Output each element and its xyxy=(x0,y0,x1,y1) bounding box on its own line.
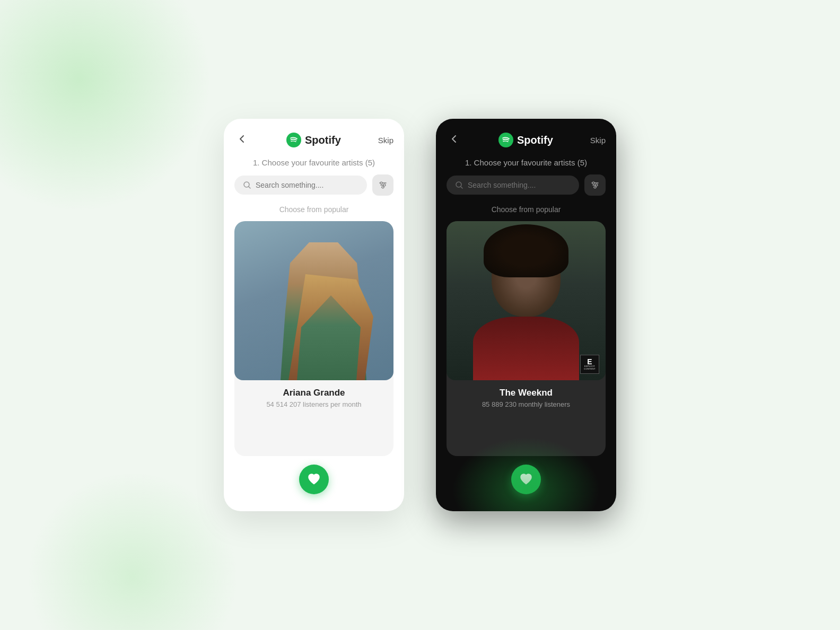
search-row-light xyxy=(234,174,393,196)
search-input-dark[interactable] xyxy=(468,181,571,189)
svg-point-5 xyxy=(380,182,382,184)
search-icon-light xyxy=(243,181,251,189)
advisory-e: E xyxy=(587,358,592,365)
heart-icon-light xyxy=(307,472,321,486)
like-btn-wrap-light xyxy=(299,465,329,494)
light-header: Spotify Skip xyxy=(234,132,393,148)
light-card: Spotify Skip 1. Choose your favourite ar… xyxy=(224,119,404,511)
artist-card-dark: E EXPLICITCONTENT The Weeknd 85 889 230 … xyxy=(447,221,606,456)
artist-image-light xyxy=(234,221,393,380)
logo-text-dark: Spotify xyxy=(517,134,553,146)
skip-button-light[interactable]: Skip xyxy=(378,136,393,145)
weeknd-hair xyxy=(484,224,568,277)
advisory-text: EXPLICITCONTENT xyxy=(584,365,595,371)
dark-card: Spotify Skip 1. Choose your favourite ar… xyxy=(436,119,616,511)
svg-point-6 xyxy=(383,184,386,186)
spotify-icon-light xyxy=(286,133,301,147)
svg-point-0 xyxy=(286,133,301,147)
search-input-wrap-light xyxy=(234,176,367,195)
artist-listeners-dark: 85 889 230 monthly listeners xyxy=(482,400,570,408)
step-title-light: 1. Choose your favourite artists (5) xyxy=(253,158,375,167)
artist-card-light: Ariana Grande 54 514 207 listeners per m… xyxy=(234,221,393,456)
search-icon-dark xyxy=(455,181,463,189)
artist-photo-weeknd: E EXPLICITCONTENT xyxy=(447,221,606,380)
logo-group-light: Spotify xyxy=(286,133,341,147)
skip-button-dark[interactable]: Skip xyxy=(590,136,606,145)
svg-point-8 xyxy=(498,133,513,147)
spotify-icon-dark xyxy=(498,133,513,147)
like-btn-wrap-dark xyxy=(511,465,541,494)
logo-text-light: Spotify xyxy=(305,134,341,146)
chevron-left-icon xyxy=(237,134,247,144)
artist-listeners-light: 54 514 207 listeners per month xyxy=(266,400,361,408)
filter-button-dark[interactable] xyxy=(584,174,606,196)
artist-name-light: Ariana Grande xyxy=(283,388,345,398)
step-title-dark: 1. Choose your favourite artists (5) xyxy=(465,158,587,167)
svg-point-14 xyxy=(596,184,598,186)
svg-point-15 xyxy=(594,186,596,188)
filter-icon-light xyxy=(378,180,388,190)
heart-icon-dark xyxy=(519,472,533,486)
chevron-left-icon-dark xyxy=(449,134,459,144)
filter-button-light[interactable] xyxy=(372,174,393,196)
like-button-dark[interactable] xyxy=(511,465,541,494)
logo-group-dark: Spotify xyxy=(498,133,553,147)
advisory-sticker: E EXPLICITCONTENT xyxy=(580,355,599,374)
back-button-dark[interactable] xyxy=(447,132,461,148)
svg-point-13 xyxy=(592,182,594,184)
back-button-light[interactable] xyxy=(234,132,249,148)
svg-point-7 xyxy=(382,186,384,188)
search-input-wrap-dark xyxy=(447,176,579,195)
search-row-dark xyxy=(447,174,606,196)
artist-photo-ariana xyxy=(234,221,393,380)
search-input-light[interactable] xyxy=(256,181,358,189)
popular-label-dark: Choose from popular xyxy=(492,205,561,214)
dark-header: Spotify Skip xyxy=(447,132,606,148)
filter-icon-dark xyxy=(590,180,600,190)
artist-image-dark: E EXPLICITCONTENT xyxy=(447,221,606,380)
popular-label-light: Choose from popular xyxy=(279,205,349,214)
like-button-light[interactable] xyxy=(299,465,329,494)
artist-name-dark: The Weeknd xyxy=(500,388,553,398)
